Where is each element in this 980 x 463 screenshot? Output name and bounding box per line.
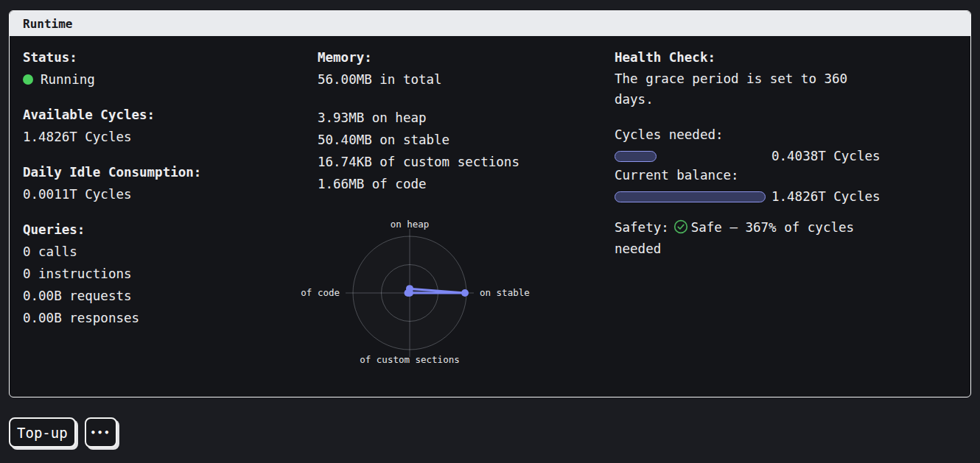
current-balance-label: Current balance: bbox=[615, 164, 957, 186]
daily-idle-value: 0.0011T Cycles bbox=[23, 183, 318, 205]
radar-axis-label: of custom sections bbox=[360, 354, 459, 365]
available-cycles-label: Available Cycles: bbox=[23, 104, 318, 126]
current-balance-bar-area bbox=[615, 191, 766, 202]
runtime-left-column: Status: Running Available Cycles: 1.4826… bbox=[23, 46, 318, 372]
memory-total: 56.00MB in total bbox=[318, 68, 615, 91]
cycles-needed-label: Cycles needed: bbox=[615, 124, 957, 146]
safety-label: Safety: bbox=[615, 220, 669, 235]
memory-heap: 3.93MB on heap bbox=[318, 107, 615, 129]
cycles-needed-value: 0.4038T Cycles bbox=[771, 149, 881, 163]
panel-title: Runtime bbox=[23, 17, 72, 31]
status-running-dot-icon bbox=[23, 74, 33, 85]
panel-body: Status: Running Available Cycles: 1.4826… bbox=[10, 36, 970, 372]
status-row: Running bbox=[23, 68, 318, 91]
health-check-column: Health Check: The grace period is set to… bbox=[615, 46, 957, 372]
queries-label: Queries: bbox=[23, 219, 318, 241]
status-label: Status: bbox=[23, 46, 318, 68]
action-buttons: Top-up ••• bbox=[9, 417, 117, 448]
cycles-needed-row: 0.4038T Cycles bbox=[615, 150, 957, 162]
status-value: Running bbox=[41, 72, 95, 87]
available-cycles-value: 1.4826T Cycles bbox=[23, 126, 318, 148]
cycles-needed-bar bbox=[615, 151, 657, 162]
cycles-needed-bar-area bbox=[615, 151, 766, 162]
memory-label: Memory: bbox=[318, 46, 615, 68]
daily-idle-label: Daily Idle Consumption: bbox=[23, 161, 318, 183]
runtime-panel: Runtime Status: Running Available Cycles… bbox=[9, 10, 971, 397]
memory-code: 1.66MB of code bbox=[318, 173, 615, 195]
memory-custom-sections: 16.74KB of custom sections bbox=[318, 151, 615, 173]
queries-responses: 0.00B responses bbox=[23, 307, 318, 329]
health-check-label: Health Check: bbox=[615, 46, 957, 68]
queries-calls: 0 calls bbox=[23, 241, 318, 263]
top-up-button[interactable]: Top-up bbox=[9, 417, 76, 448]
memory-column: Memory: 56.00MB in total 3.93MB on heap … bbox=[318, 46, 615, 372]
memory-radar-chart: on heapon stableof custom sectionsof cod… bbox=[288, 216, 531, 372]
safe-check-circle-icon bbox=[673, 219, 688, 234]
queries-requests: 0.00B requests bbox=[23, 285, 318, 307]
grace-period-text: The grace period is set to 360 days. bbox=[615, 68, 872, 110]
radar-axis-label: on stable bbox=[480, 287, 530, 298]
current-balance-row: 1.4826T Cycles bbox=[615, 191, 957, 202]
memory-stable: 50.40MB on stable bbox=[318, 129, 615, 151]
more-options-button[interactable]: ••• bbox=[85, 417, 117, 448]
radar-axis-label: of code bbox=[301, 287, 340, 298]
radar-axis-label: on heap bbox=[391, 219, 430, 230]
current-balance-value: 1.4826T Cycles bbox=[771, 189, 881, 204]
panel-header: Runtime bbox=[10, 11, 970, 36]
queries-instructions: 0 instructions bbox=[23, 263, 318, 285]
safety-row: Safety: Safe — 367% of cycles needed bbox=[615, 217, 872, 260]
current-balance-bar bbox=[615, 191, 766, 202]
